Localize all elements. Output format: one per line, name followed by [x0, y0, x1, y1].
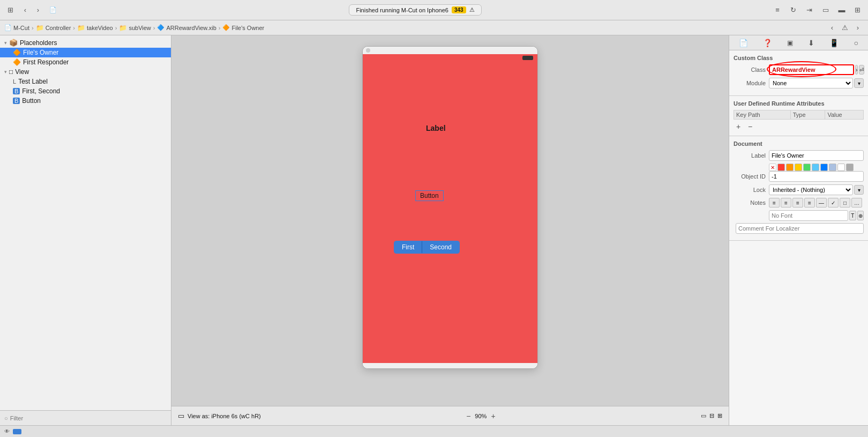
align-left-btn[interactable]: ≡	[769, 198, 780, 208]
warning-badge[interactable]: 343	[452, 6, 466, 13]
swatch-green[interactable]	[803, 164, 811, 171]
file-icon[interactable]: 📄	[47, 4, 59, 16]
swatch-orange[interactable]	[786, 164, 794, 171]
font-T-btn[interactable]: T	[849, 211, 856, 220]
button-widget[interactable]: Button	[415, 190, 444, 201]
breadcrumb-item-owner[interactable]: 🔶 File's Owner	[222, 24, 264, 31]
object-id-row: Object ID	[734, 171, 864, 182]
align-more-btn[interactable]: …	[851, 198, 862, 208]
right-icon-file[interactable]: 📄	[736, 38, 751, 48]
attr-add-row: + −	[734, 122, 864, 131]
align-center-btn[interactable]: ≡	[781, 198, 791, 208]
align-dash-btn[interactable]: —	[816, 198, 827, 208]
sep1: ›	[32, 25, 34, 31]
attr-add-btn[interactable]: +	[734, 122, 743, 131]
swatch-yellow[interactable]	[795, 164, 802, 171]
seg-second-btn[interactable]: Second	[422, 241, 459, 253]
canvas-wrapper: Label Button First Second	[171, 35, 729, 425]
align-box-btn[interactable]: □	[840, 198, 850, 208]
font-stepper-btn[interactable]: ⊕	[857, 211, 864, 220]
seg-first-btn[interactable]: First	[394, 241, 422, 253]
align-right-btn[interactable]: ≡	[792, 198, 803, 208]
breadcrumb-item-takevideo[interactable]: 📁 takeVideo	[77, 24, 113, 32]
font-input[interactable]	[769, 210, 848, 221]
right-icon-identity[interactable]: ▣	[784, 38, 796, 48]
filter-bar: ○	[0, 410, 171, 425]
split-icon[interactable]: ▬	[836, 4, 848, 16]
swatch-blue3[interactable]	[829, 164, 836, 171]
doc-label-input[interactable]	[769, 150, 864, 161]
right-icon-size[interactable]: 📱	[827, 38, 841, 48]
top-bar-left: ⊞ ‹ › 📄	[4, 4, 59, 16]
class-return-btn[interactable]: ⏎	[859, 65, 864, 75]
swatch-blue2[interactable]	[820, 164, 828, 171]
attr-remove-btn[interactable]: −	[745, 122, 755, 131]
refresh-icon[interactable]: ↻	[788, 4, 799, 16]
align-check-btn[interactable]: ✓	[828, 198, 839, 208]
module-select[interactable]: None	[769, 78, 853, 88]
view-label: View	[15, 68, 29, 76]
tree-placeholders[interactable]: ▾ 📦 Placeholders	[0, 38, 171, 48]
comment-input[interactable]	[736, 223, 864, 234]
tree-test-label[interactable]: L Test Label	[0, 77, 171, 86]
label-widget[interactable]: Label	[426, 124, 446, 132]
grid-icon[interactable]: ⊞	[4, 4, 16, 16]
zoom-out-btn[interactable]: −	[466, 412, 470, 420]
window-icon[interactable]: ▭	[820, 4, 832, 16]
right-icon-arrow[interactable]: ⬇	[805, 38, 817, 48]
breadcrumb-left-btn[interactable]: ‹	[826, 22, 838, 34]
swatch-gray[interactable]	[846, 164, 854, 171]
object-id-label: Object ID	[734, 173, 766, 180]
swatch-white[interactable]	[837, 164, 845, 171]
warning-icon: ⚠	[469, 6, 475, 13]
user-defined-title: User Defined Runtime Attributes	[734, 100, 864, 107]
swatch-red[interactable]	[777, 164, 785, 171]
canvas-scroll[interactable]: Label Button First Second	[171, 35, 729, 406]
segmented-control[interactable]: First Second	[394, 241, 460, 254]
tree-view-item[interactable]: ▾ □ View	[0, 67, 171, 77]
right-top-bar: 📄 ❓ ▣ ⬇ 📱 ○	[729, 35, 868, 50]
filter-input[interactable]	[10, 415, 167, 421]
tree-first-responder[interactable]: 🔶 First Responder	[0, 57, 171, 67]
breadcrumb-item-subview[interactable]: 📁 subView	[119, 24, 151, 32]
class-row: Class › ⏎	[734, 64, 864, 75]
device-screen: Label Button First Second	[363, 54, 537, 363]
canvas-icon1[interactable]: ▭	[701, 412, 706, 419]
tree-files-owner[interactable]: 🔶 File's Owner	[0, 48, 171, 57]
swatch-blue1[interactable]	[812, 164, 819, 171]
tree-first-second[interactable]: B First, Second	[0, 86, 171, 96]
tree-button[interactable]: B Button	[0, 96, 171, 106]
right-icon-conn[interactable]: ○	[851, 38, 860, 48]
class-input[interactable]	[769, 64, 854, 75]
lock-select[interactable]: Inherited - (Nothing)	[769, 184, 853, 195]
nav-fwd-btn[interactable]: ›	[32, 4, 44, 16]
owner-tree-icon: 🔶	[13, 49, 21, 56]
object-id-input[interactable]	[769, 171, 864, 182]
canvas-icon3[interactable]: ⊞	[717, 412, 722, 419]
battery-icon	[522, 56, 533, 60]
breadcrumb-item-mcut[interactable]: 📄 M-Cut	[4, 24, 29, 31]
canvas-icon2[interactable]: ⊟	[709, 412, 714, 419]
align-justify-btn[interactable]: ≡	[804, 198, 815, 208]
breadcrumb-item-xib[interactable]: 🔷 ARRewardView.xib	[157, 24, 216, 31]
lock-dropdown-btn[interactable]: ▾	[854, 185, 864, 195]
breadcrumb-controller-label: Controller	[46, 25, 71, 31]
zoom-in-btn[interactable]: +	[491, 412, 495, 420]
breadcrumb-right-btn[interactable]: ›	[852, 22, 864, 34]
arrow-icon[interactable]: ⇥	[804, 4, 815, 16]
eye-icon[interactable]: 👁	[4, 428, 10, 434]
swatch-x[interactable]: ✕	[769, 164, 776, 171]
right-icon-help[interactable]: ❓	[760, 38, 775, 48]
breadcrumb-item-controller[interactable]: 📁 Controller	[36, 24, 71, 32]
view-as-icon: ▭	[178, 412, 184, 420]
class-arrow-btn[interactable]: ›	[855, 65, 858, 75]
module-dropdown-btn[interactable]: ▾	[854, 78, 864, 88]
lines-icon[interactable]: ≡	[772, 4, 783, 16]
col-keypath: Key Path	[734, 110, 791, 120]
color-swatches: ✕	[734, 164, 864, 171]
files-owner-label: File's Owner	[23, 49, 58, 56]
nav-back-btn[interactable]: ‹	[19, 4, 31, 16]
breadcrumb-owner-label: File's Owner	[231, 25, 264, 31]
breadcrumb-warn-icon[interactable]: ⚠	[839, 22, 851, 34]
fullscreen-icon[interactable]: ⊞	[852, 4, 864, 16]
